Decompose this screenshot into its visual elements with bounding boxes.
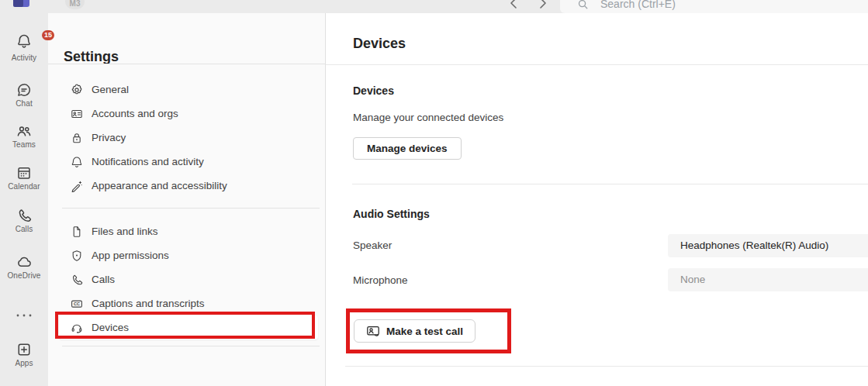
audio-settings-heading: Audio Settings — [353, 208, 430, 220]
page-title: Devices — [353, 36, 406, 52]
devices-panel: Devices Devices Manage your connected de… — [326, 13, 868, 386]
search-placeholder: Search (Ctrl+E) — [600, 0, 676, 10]
test-call-label: Make a test call — [386, 326, 463, 337]
rail-item-calls[interactable]: Calls — [0, 208, 48, 233]
sidebar-item-label: Appearance and accessibility — [92, 180, 227, 191]
document-icon — [71, 226, 83, 238]
divider — [62, 208, 320, 209]
sidebar-item-privacy[interactable]: Privacy — [48, 126, 326, 150]
svg-text:CC: CC — [74, 302, 80, 306]
headset-icon — [71, 322, 83, 334]
lock-icon — [71, 132, 83, 144]
search-icon — [577, 0, 589, 10]
apps-plus-icon — [16, 342, 32, 357]
rail-item-onedrive[interactable]: OneDrive — [0, 254, 48, 280]
chat-icon — [16, 82, 32, 98]
manage-devices-button[interactable]: Manage devices — [353, 137, 462, 160]
sidebar-item-label: Notifications and activity — [92, 156, 204, 167]
app-rail: 15 Activity Chat Teams Calendar Calls On… — [0, 13, 48, 386]
sidebar-item-label: Devices — [92, 322, 129, 333]
captions-icon: CC — [71, 298, 83, 310]
sidebar-item-notifications[interactable]: Notifications and activity — [48, 150, 326, 174]
gear-icon — [71, 84, 83, 96]
devices-section-description: Manage your connected devices — [353, 112, 503, 123]
rail-label: Calendar — [0, 182, 48, 191]
rail-item-calendar[interactable]: Calendar — [0, 165, 48, 191]
speaker-dropdown[interactable]: Headphones (Realtek(R) Audio) — [668, 234, 868, 257]
ellipsis-icon — [16, 312, 33, 319]
sidebar-item-devices[interactable]: Devices — [59, 315, 318, 339]
divider — [48, 64, 326, 64]
rail-label: Teams — [0, 140, 48, 149]
forward-button[interactable] — [536, 0, 550, 12]
pen-sparkle-icon — [71, 180, 83, 192]
shield-icon — [71, 250, 83, 262]
phone-icon — [71, 274, 83, 286]
test-call-icon — [366, 324, 380, 338]
devices-section-heading: Devices — [353, 84, 394, 97]
rail-label: Activity — [0, 53, 48, 62]
speaker-label: Speaker — [353, 240, 392, 251]
workspace-badge: M3 — [65, 0, 85, 9]
phone-icon — [16, 208, 32, 223]
sidebar-item-captions[interactable]: CC Captions and transcripts — [48, 291, 326, 315]
rail-item-teams[interactable]: Teams — [0, 123, 48, 149]
rail-item-chat[interactable]: Chat — [0, 82, 48, 108]
calendar-icon — [16, 165, 32, 181]
title-bar: M3 Search (Ctrl+E) — [0, 0, 868, 13]
rail-item-more[interactable] — [0, 308, 48, 322]
sidebar-item-appearance[interactable]: Appearance and accessibility — [48, 174, 326, 198]
sidebar-item-accounts-and-orgs[interactable]: Accounts and orgs — [48, 102, 326, 126]
cloud-icon — [16, 254, 32, 270]
settings-sidebar: Settings General Accounts and orgs Priva… — [48, 13, 326, 386]
rail-item-activity[interactable]: 15 Activity — [0, 33, 48, 62]
rail-label: Apps — [0, 359, 48, 367]
people-icon — [16, 123, 32, 139]
sidebar-item-general[interactable]: General — [48, 78, 326, 102]
rail-label: Calls — [0, 225, 48, 233]
divider — [62, 346, 320, 346]
sidebar-item-label: General — [92, 84, 129, 95]
back-button[interactable] — [507, 0, 520, 12]
sidebar-item-label: Calls — [92, 274, 115, 285]
teams-logo-icon — [13, 0, 29, 9]
sidebar-item-label: Accounts and orgs — [92, 108, 178, 119]
divider — [345, 366, 868, 367]
divider — [326, 64, 868, 65]
sidebar-item-app-permissions[interactable]: App permissions — [48, 243, 326, 267]
sidebar-item-label: Files and links — [92, 226, 158, 237]
sidebar-item-label: App permissions — [92, 250, 169, 261]
divider — [352, 184, 868, 184]
activity-badge: 15 — [42, 30, 54, 40]
make-test-call-button[interactable]: Make a test call — [354, 319, 475, 343]
microphone-label: Microphone — [353, 274, 408, 286]
rail-item-apps[interactable]: Apps — [0, 342, 48, 367]
sidebar-item-label: Captions and transcripts — [92, 298, 205, 309]
settings-title: Settings — [64, 49, 119, 65]
search-input[interactable]: Search (Ctrl+E) — [560, 0, 868, 13]
id-card-icon — [71, 108, 83, 120]
sidebar-item-files-and-links[interactable]: Files and links — [48, 219, 326, 243]
sidebar-item-label: Privacy — [92, 132, 126, 143]
microphone-dropdown[interactable]: None — [668, 268, 868, 291]
rail-label: OneDrive — [0, 271, 48, 280]
rail-label: Chat — [0, 99, 48, 108]
bell-icon — [71, 156, 83, 168]
bell-icon — [16, 33, 32, 49]
sidebar-item-calls[interactable]: Calls — [48, 267, 326, 291]
